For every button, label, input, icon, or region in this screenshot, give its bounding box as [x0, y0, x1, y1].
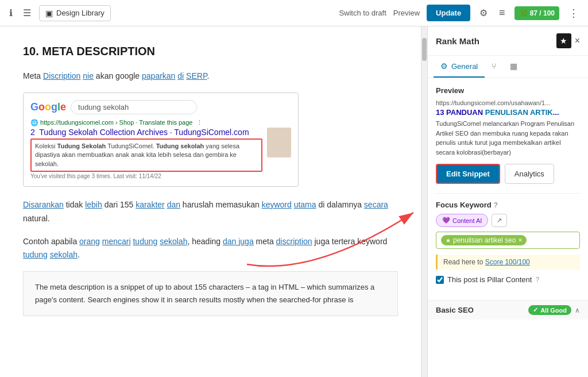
design-library-icon: ▣ — [45, 9, 53, 18]
analytics-button[interactable]: Analytics — [505, 164, 554, 184]
preview-title-post: ... — [553, 108, 559, 117]
toolbar-center: Switch to draft Preview Update ⚙ ≡ 🌿 87 … — [339, 5, 581, 22]
nie-link[interactable]: nie — [83, 71, 94, 80]
orang-link[interactable]: orang — [79, 237, 100, 246]
tudung-link[interactable]: tudung — [133, 237, 157, 246]
dan-link[interactable]: dan — [167, 200, 180, 209]
basic-seo-header[interactable]: Basic SEO ✓ All Good ∧ — [428, 300, 588, 320]
toolbar: ℹ ☰ ▣ Design Library Switch to draft Pre… — [0, 0, 588, 26]
content-ai-button[interactable]: 💜 Content AI — [436, 214, 488, 227]
tudung2-link[interactable]: tudung — [23, 250, 48, 259]
info-button[interactable]: ℹ — [7, 5, 15, 21]
focus-keyword-help-icon[interactable]: ? — [494, 201, 498, 209]
paparkan-link[interactable]: paparkan — [142, 71, 175, 80]
google-preview-box: Google tudung sekolah 🌐 https://tudungsi… — [23, 93, 299, 187]
preview-label: Preview — [436, 86, 580, 95]
paragraph-1: Meta Discription nie akan google paparka… — [23, 70, 398, 83]
utama-link[interactable]: utama — [294, 200, 316, 209]
sidebar-header-icons: ★ × — [556, 33, 580, 48]
score-badge[interactable]: 🌿 87 / 100 — [514, 6, 559, 20]
preview-title-pre: 13 PANDUAN — [436, 108, 485, 117]
trend-button[interactable]: ↗ — [492, 214, 507, 227]
arrow-area: Contoh apabila orang mencari tudung seko… — [23, 235, 398, 263]
preview-title: 13 PANDUAN PENULISAN ARTIK... — [436, 108, 580, 117]
keyword-remove-button[interactable]: × — [518, 236, 522, 244]
tab-share[interactable]: ⑂ — [485, 56, 503, 78]
serp-result: 🌐 https://tudungsicomel.com › Shop · Tra… — [30, 119, 291, 179]
divider-1 — [436, 193, 580, 194]
more-options-button[interactable]: ⋮ — [566, 5, 581, 22]
edit-snippet-button[interactable]: Edit Snippet — [436, 164, 500, 184]
serp-image-placeholder — [267, 128, 291, 157]
rank-math-sidebar: Rank Math ★ × ⚙ General ⑂ ▦ Preview http… — [427, 26, 588, 377]
serp-title-link[interactable]: Tudung Sekolah Collection Archives · Tud… — [39, 128, 249, 137]
focus-keyword-text: Focus Keyword — [436, 201, 492, 209]
schema-tab-icon: ▦ — [510, 61, 517, 71]
score-info-link[interactable]: Score 100/100 — [485, 258, 530, 266]
preview-title-bold: PENULISAN ARTIK — [485, 108, 553, 117]
blockquote-text: The meta description is a snippet of up … — [35, 283, 374, 304]
keyword-tag: ★ penulisan artikel seo × — [441, 235, 527, 245]
pillar-checkbox[interactable] — [436, 276, 444, 284]
share-tab-icon: ⑂ — [492, 61, 496, 71]
score-value: 87 / 100 — [530, 9, 555, 17]
keyword-tag-input[interactable]: ★ penulisan artikel seo × — [436, 232, 580, 249]
tab-general-label: General — [451, 62, 478, 71]
sidebar-tabs: ⚙ General ⑂ ▦ — [428, 56, 588, 78]
pillar-label: This post is Pillar Content — [447, 275, 532, 284]
preview-url: https://tudungsicomel.com/usahawan/1... — [436, 99, 580, 106]
scroll-thumb — [422, 38, 427, 61]
score-info-text: Read here to — [443, 258, 485, 266]
keyword-tag-text: penulisan artikel seo — [453, 236, 516, 244]
sidebar-content: Preview https://tudungsicomel.com/usahaw… — [428, 78, 588, 300]
focus-keyword-section: Focus Keyword ? — [436, 201, 580, 209]
paragraph-3: Contoh apabila orang mencari tudung seko… — [23, 235, 398, 263]
gear-tab-icon: ⚙ — [440, 61, 448, 71]
settings-button[interactable]: ⚙ — [477, 5, 490, 21]
tab-schema[interactable]: ▦ — [503, 56, 524, 78]
sekolah2-link[interactable]: sekolah — [50, 250, 78, 259]
design-library-button[interactable]: ▣ Design Library — [39, 5, 111, 21]
all-good-badge: ✓ All Good — [528, 305, 571, 315]
serp-with-img: 2 Tudung Sekolah Collection Archives · T… — [30, 128, 291, 179]
serp-visited: You've visited this page 3 times. Last v… — [30, 173, 262, 179]
editor-panel: 10. META DESCRIPTION Meta Discription ni… — [0, 26, 421, 377]
blockquote: The meta description is a snippet of up … — [23, 271, 398, 316]
list-button[interactable]: ≡ — [497, 5, 508, 21]
basic-seo-right: ✓ All Good ∧ — [528, 305, 580, 315]
basic-seo-label: Basic SEO — [436, 306, 474, 314]
preview-link[interactable]: Preview — [393, 9, 420, 17]
paragraph-2: Disarankan tidak lebih dari 155 karakter… — [23, 198, 398, 226]
lebih-link[interactable]: lebih — [85, 200, 102, 209]
update-button[interactable]: Update — [427, 5, 470, 21]
star-button[interactable]: ★ — [556, 33, 571, 48]
pillar-help-icon[interactable]: ? — [535, 276, 539, 284]
snippet-buttons: Edit Snippet Analytics — [436, 164, 580, 184]
sidebar-header: Rank Math ★ × — [428, 26, 588, 56]
karakter-link[interactable]: karakter — [136, 200, 165, 209]
switch-draft-link[interactable]: Switch to draft — [339, 9, 386, 17]
trend-icon: ↗ — [497, 217, 502, 224]
dan-juga-link[interactable]: dan juga — [223, 237, 254, 246]
discription2-link[interactable]: discription — [276, 237, 312, 246]
preview-desc: TudungSiComel melancarkan Program Penuli… — [436, 119, 580, 157]
discription-link[interactable]: Discription — [43, 71, 80, 80]
content-ai-label: Content AI — [452, 217, 482, 224]
serp-link[interactable]: SERP — [186, 71, 207, 80]
disarankan-link[interactable]: Disarankan — [23, 200, 64, 209]
keyword-link[interactable]: keyword — [262, 200, 292, 209]
sekolah-link[interactable]: sekolah — [160, 237, 187, 246]
secara-link[interactable]: secara — [364, 200, 388, 209]
mencari-link[interactable]: mencari — [102, 237, 131, 246]
menu-button[interactable]: ☰ — [21, 5, 33, 21]
tab-general[interactable]: ⚙ General — [434, 56, 485, 78]
di-link[interactable]: di — [177, 71, 184, 80]
toolbar-left: ℹ ☰ ▣ Design Library — [7, 5, 111, 21]
close-button[interactable]: × — [575, 36, 580, 46]
focus-keyword-actions: 💜 Content AI ↗ — [436, 214, 580, 227]
editor-scrollbar[interactable] — [421, 26, 427, 377]
google-logo: Google — [30, 101, 66, 113]
serp-url: 🌐 https://tudungsicomel.com › Shop · Tra… — [30, 119, 291, 126]
score-info-bar: Read here to Score 100/100 — [436, 255, 580, 270]
pillar-content-row: This post is Pillar Content ? — [436, 275, 580, 284]
